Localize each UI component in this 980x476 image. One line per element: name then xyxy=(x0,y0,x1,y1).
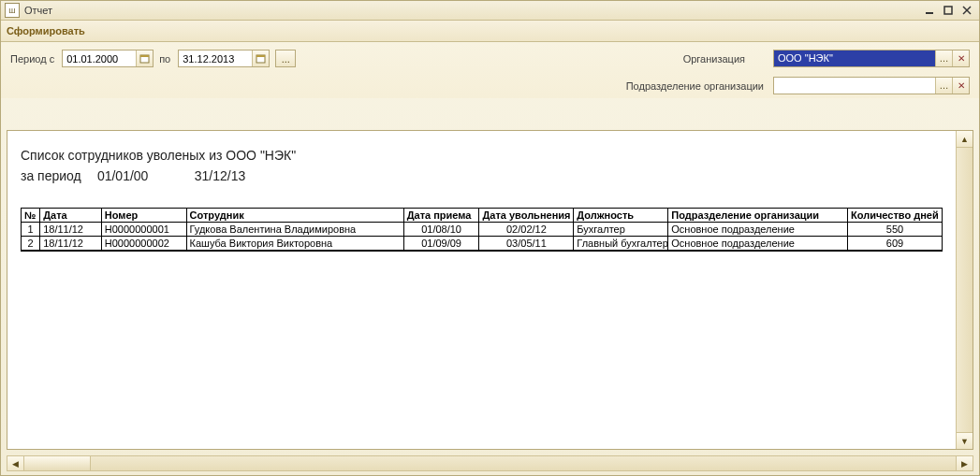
period-from-label: Период с xyxy=(10,53,54,65)
department-select-button[interactable]: … xyxy=(935,78,952,94)
period-to-field[interactable] xyxy=(178,50,270,67)
close-button[interactable] xyxy=(958,4,975,17)
col-fire-date: Дата увольнения xyxy=(479,209,574,223)
period-to-label: по xyxy=(159,53,170,65)
titlebar: Ш Отчет xyxy=(1,1,979,21)
report-body: Список сотрудников уволеных из ООО "НЭК"… xyxy=(7,131,956,449)
table-cell: 18/11/12 xyxy=(40,223,102,237)
scroll-down-button[interactable]: ▼ xyxy=(957,432,973,449)
scroll-thumb[interactable] xyxy=(24,456,91,470)
report-area: Список сотрудников уволеных из ООО "НЭК"… xyxy=(7,130,973,450)
scroll-track-h[interactable] xyxy=(24,456,956,470)
col-date: Дата xyxy=(40,209,102,223)
filter-row-top: Период с по ... Организация ООО "НЭК" … xyxy=(10,50,970,67)
organization-value: ООО "НЭК" xyxy=(774,50,935,66)
table-row[interactable]: 118/11/12Н0000000001Гудкова Валентина Вл… xyxy=(22,223,943,237)
table-cell: Бухгалтер xyxy=(574,223,668,237)
window: Ш Отчет Сформировать Период с по xyxy=(0,0,980,476)
period-to-input[interactable] xyxy=(179,50,252,66)
col-hire-date: Дата приема xyxy=(403,209,479,223)
report-period-from: 01/01/00 xyxy=(97,168,191,183)
app-icon: Ш xyxy=(5,3,20,18)
svg-line-3 xyxy=(963,7,971,14)
calendar-icon[interactable] xyxy=(252,50,269,66)
table-cell: Основное подразделение xyxy=(668,237,848,252)
organization-clear-button[interactable]: ✕ xyxy=(952,50,969,66)
maximize-button[interactable] xyxy=(940,4,957,17)
table-header-row: № Дата Номер Сотрудник Дата приема Дата … xyxy=(22,209,943,223)
table-cell: 03/05/11 xyxy=(479,237,574,252)
table-cell: 1 xyxy=(22,223,40,237)
window-title: Отчет xyxy=(24,5,919,16)
table-cell: Главный бухгалтер xyxy=(574,237,668,252)
report-title: Список сотрудников уволеных из ООО "НЭК" xyxy=(21,148,943,163)
svg-rect-5 xyxy=(140,55,149,57)
col-days: Количество дней xyxy=(848,209,943,223)
table-cell: Н0000000001 xyxy=(101,223,186,237)
period-from-field[interactable] xyxy=(62,50,154,67)
report-table: № Дата Номер Сотрудник Дата приема Дата … xyxy=(21,208,943,252)
period-ellipsis-button[interactable]: ... xyxy=(275,50,296,67)
minimize-button[interactable] xyxy=(921,4,938,17)
scroll-up-button[interactable]: ▲ xyxy=(957,131,973,148)
col-employee: Сотрудник xyxy=(186,209,403,223)
table-cell: Н0000000002 xyxy=(101,237,186,252)
table-cell: Основное подразделение xyxy=(668,223,848,237)
filters-panel: Период с по ... Организация ООО "НЭК" … xyxy=(1,42,979,98)
svg-rect-1 xyxy=(944,7,952,14)
department-combo[interactable]: … ✕ xyxy=(773,77,970,94)
report-period-to: 31/12/13 xyxy=(195,168,246,183)
horizontal-scrollbar[interactable]: ◀ ▶ xyxy=(7,455,973,471)
department-value xyxy=(774,78,935,94)
period-from-input[interactable] xyxy=(63,50,136,66)
col-number: Номер xyxy=(101,209,186,223)
report-period: за период 01/01/00 31/12/13 xyxy=(21,168,943,183)
svg-line-2 xyxy=(963,7,971,14)
table-cell: Гудкова Валентина Владимировна xyxy=(186,223,403,237)
table-cell: 18/11/12 xyxy=(40,237,102,252)
calendar-icon[interactable] xyxy=(136,50,153,66)
organization-label: Организация xyxy=(683,53,745,65)
svg-rect-7 xyxy=(256,55,265,57)
table-cell: 02/02/12 xyxy=(479,223,574,237)
organization-select-button[interactable]: … xyxy=(935,50,952,66)
table-cell: 01/09/09 xyxy=(403,237,479,252)
organization-combo[interactable]: ООО "НЭК" … ✕ xyxy=(773,50,970,67)
table-cell: 609 xyxy=(848,237,943,252)
scroll-right-button[interactable]: ▶ xyxy=(956,456,973,470)
table-cell: 01/08/10 xyxy=(403,223,479,237)
filter-row-bottom: Подразделение организации … ✕ xyxy=(10,77,970,94)
col-position: Должность xyxy=(574,209,668,223)
department-label: Подразделение организации xyxy=(626,80,764,92)
scroll-left-button[interactable]: ◀ xyxy=(7,456,24,470)
table-row[interactable]: 218/11/12Н0000000002Кашуба Виктория Викт… xyxy=(22,237,943,252)
scroll-track[interactable] xyxy=(957,148,973,432)
col-no: № xyxy=(22,209,40,223)
table-cell: 2 xyxy=(22,237,40,252)
col-department: Подразделение организации xyxy=(668,209,848,223)
vertical-scrollbar[interactable]: ▲ ▼ xyxy=(956,131,973,449)
generate-button[interactable]: Сформировать xyxy=(7,25,85,36)
report-period-label: за период xyxy=(21,168,94,183)
table-cell: 550 xyxy=(848,223,943,237)
table-cell: Кашуба Виктория Викторовна xyxy=(186,237,403,252)
department-clear-button[interactable]: ✕ xyxy=(952,78,969,94)
toolbar: Сформировать xyxy=(1,21,979,42)
